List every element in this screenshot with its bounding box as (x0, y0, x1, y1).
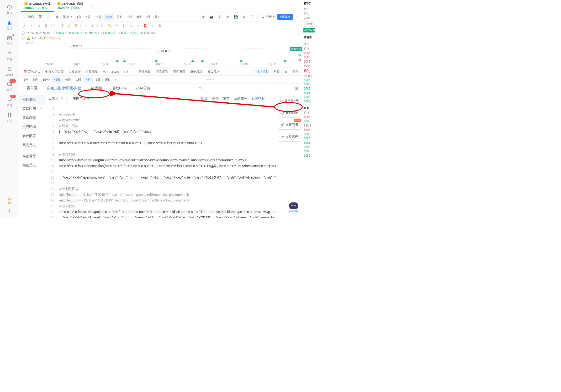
collapse-icon[interactable]: ⌄ (22, 32, 25, 35)
side-trades[interactable]: 交易明细 (19, 122, 45, 131)
chart-canvas[interactable]: ← 70081.0 ← 48888.0 60852.0 (45, 45, 288, 62)
more-indicators-2[interactable]: › (222, 70, 228, 74)
backtest-now-button[interactable]: NEW 立即回测 (278, 120, 301, 130)
more-indicators[interactable]: › (130, 70, 136, 74)
new-script-button[interactable]: 新建 (201, 97, 208, 101)
period-dropdown[interactable]: 周期▼ (61, 14, 74, 20)
panel-popout[interactable]: ▢ (197, 87, 203, 91)
tab-dca[interactable]: 合约DCA (107, 84, 131, 93)
subtf-45m[interactable]: 45分 (52, 77, 63, 83)
community-indicators-button[interactable]: 社区指标 (252, 97, 265, 101)
side-live-history[interactable]: 实盘历史 (19, 161, 45, 170)
panel-minimize[interactable]: — (245, 87, 252, 90)
chart-overlay-dropdown[interactable]: 主图展示 ▼ (71, 96, 91, 101)
side-live[interactable]: 实盘运行 (19, 152, 45, 161)
tf-5m[interactable]: 5分 (84, 14, 92, 20)
draw-box[interactable]: ⊞ (35, 22, 42, 29)
tab-custom-indicator[interactable]: 自定义指标/回测/实盘 (42, 84, 86, 93)
draw-fib[interactable]: ⫿ (135, 22, 141, 29)
draw-hlines[interactable]: ≡ (28, 22, 35, 29)
tf-week[interactable]: 周K (152, 14, 162, 20)
countdown[interactable]: 0s (200, 14, 207, 20)
side-performance[interactable]: 策略表现 (19, 113, 45, 122)
add-alert-button[interactable]: 加预 (304, 21, 315, 27)
tab-ai-analysis[interactable]: 小AI分析 (131, 84, 155, 93)
draw-target[interactable]: ◎ (128, 22, 134, 29)
subtf-time[interactable]: 分时 (63, 77, 74, 83)
edit-name-icon[interactable]: ✎ (61, 97, 63, 100)
ind-depth[interactable]: 全量深度 (83, 69, 100, 74)
side-indicator-edit[interactable]: 指标编辑 (19, 95, 45, 104)
pair-tab-eth[interactable]: ETH/USDT永续 2628.551.09% (54, 0, 87, 12)
percent[interactable]: % (282, 70, 290, 74)
resize-grip[interactable] (206, 79, 214, 80)
draw-copy[interactable]: ⎘ (99, 22, 106, 29)
subtf-5m[interactable]: 5分 (31, 77, 40, 83)
rewind-button[interactable]: ⏮ (53, 14, 60, 20)
layout-button[interactable]: ▦ (224, 14, 232, 20)
sidebar-news[interactable]: 快讯 (2, 33, 17, 48)
sidebar-assets[interactable]: 链上 资产 (2, 79, 17, 94)
ind-divergence[interactable]: 资金背离 (171, 69, 188, 74)
draw-main[interactable]: 主 (59, 24, 66, 28)
locate-button[interactable]: 📅 定位到... (21, 69, 42, 74)
tf-4h[interactable]: 4时 (134, 14, 143, 20)
pair-tab-btc[interactable]: BTC/USDT永续 60853.02.29% (21, 0, 54, 12)
community-indicators[interactable]: ↗ 社区指标 (250, 69, 271, 74)
compare-icon[interactable]: ⇄ (298, 32, 301, 36)
sidebar-market[interactable]: 行情 (2, 18, 17, 33)
sidebar-vip[interactable]: VIP (7, 194, 12, 206)
enable-alert-button[interactable]: 开启预警 (278, 108, 301, 118)
ind-td[interactable]: TD (121, 70, 130, 74)
draw-magnet[interactable]: 🧲 (142, 22, 149, 29)
code-body[interactable]: // 代码示例// @version=2// 计算td的值[=="c-str">… (57, 104, 276, 218)
save-button[interactable]: 💾 (232, 14, 240, 20)
ai-assistant-button[interactable]: AI写指标 (289, 202, 298, 213)
bell-icon[interactable]: 🔔 (27, 36, 30, 40)
camera-button[interactable]: 📷 (208, 14, 215, 20)
tf-1m[interactable]: 1分 (75, 14, 83, 20)
draw-ruler[interactable]: 📏 (106, 22, 113, 29)
collapse-icon[interactable]: ⌄ (22, 36, 25, 40)
tf-time[interactable]: 分时 (115, 14, 125, 20)
sidebar-web3[interactable]: Web3 (2, 65, 17, 78)
analysis-dropdown[interactable]: ☁分析▼ (259, 14, 277, 20)
draw-edit[interactable]: ✎ (82, 22, 89, 29)
ind-whale[interactable]: 主力大单跟踪 (43, 69, 66, 74)
panel-maximize[interactable]: ▣ (294, 87, 300, 91)
subtf-1h[interactable]: 1时 (74, 77, 83, 83)
draw-menu[interactable]: ☰ (43, 22, 49, 29)
tab-ai-grid[interactable]: AI 网格 (86, 84, 107, 93)
ind-bigtrade[interactable]: 大额成交 (66, 69, 83, 74)
ind-ma[interactable]: MA (100, 70, 110, 74)
sidebar-chat[interactable]: 99+ 群聊 (2, 95, 17, 109)
tf-15m[interactable]: 15分 (93, 14, 103, 20)
tab-orders[interactable]: 委单区 (22, 84, 42, 93)
side-backtest[interactable]: 策略回测⌃ (19, 104, 45, 113)
code-editor[interactable]: 123456789101112131415161718192021 // 代码示… (45, 104, 276, 218)
run-live-button[interactable]: 实盘运行 (278, 132, 301, 142)
tf-45m[interactable]: 45分 (104, 14, 114, 20)
auto-scale[interactable]: 自动 (290, 69, 301, 74)
subtf-1m[interactable]: 1分 (21, 77, 31, 83)
close-subtf[interactable]: × (113, 77, 119, 82)
draw-filter[interactable]: ▽ (149, 22, 156, 29)
brush-button[interactable]: 🖌 (216, 14, 223, 20)
subtf-15m[interactable]: 15分 (40, 77, 51, 83)
indicators-button[interactable]: ⫫指标 (21, 14, 36, 20)
view-main[interactable]: 查看主 (303, 35, 316, 40)
kline-analysis-button[interactable]: K线分析 (277, 14, 293, 20)
draw-candle[interactable]: ╫ (120, 22, 127, 29)
draw-text[interactable]: T (89, 22, 96, 29)
show-on-kline-button[interactable]: 显示到K线 (278, 96, 301, 106)
draw-dots[interactable]: ⋮⋮ (50, 22, 56, 29)
draw-big[interactable]: 大 (66, 24, 72, 28)
subtf-4h[interactable]: 4时 (84, 77, 93, 83)
star-icon[interactable]: ☆ (66, 97, 68, 100)
draw-line[interactable]: ╱ (21, 22, 28, 29)
calendar-button[interactable]: 📅 (36, 14, 44, 20)
expand-button[interactable]: ⛶ (248, 14, 256, 20)
ind-flow[interactable]: 资金流向 (205, 69, 222, 74)
settings-button[interactable]: ⚙ (240, 14, 248, 20)
dots-icon[interactable]: ⋯ (36, 42, 39, 44)
